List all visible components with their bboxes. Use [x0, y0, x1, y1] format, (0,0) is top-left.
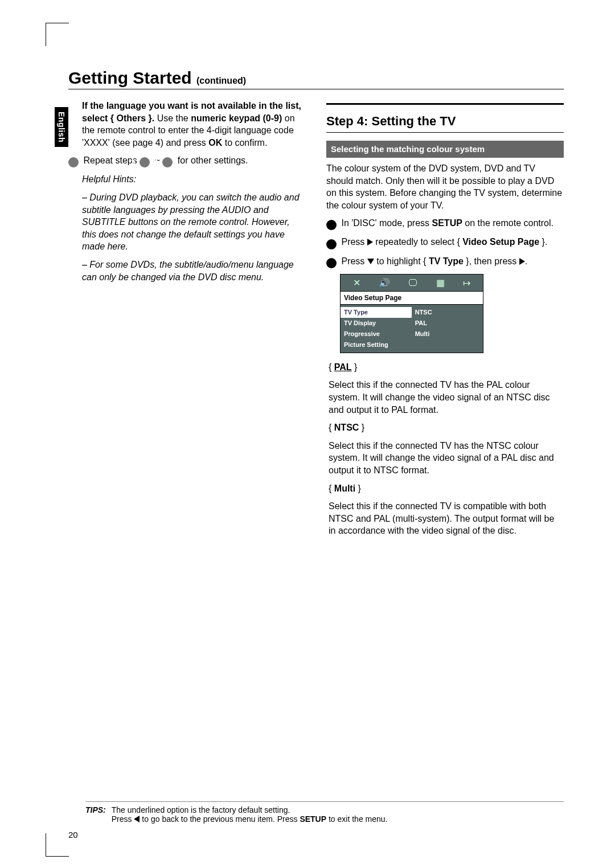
arrow-left-icon: [134, 816, 140, 822]
s2-b: repeatedly to select {: [373, 237, 462, 247]
left-column: If the language you want is not availabl…: [68, 100, 306, 543]
osd-screenshot: ✕ 🔊 🖵 ▦ ↦ Video Setup Page TV Type TV Di…: [340, 274, 483, 353]
step4-title: Step 4: Setting the TV: [326, 113, 564, 130]
osd-opt-multi: Multi: [415, 329, 479, 339]
s1-b: SETUP: [432, 218, 462, 228]
osd-page-title: Video Setup Page: [341, 291, 483, 305]
left-p1-b: numeric keypad (0-9): [191, 113, 282, 123]
title-rule: [68, 89, 564, 89]
section-band: Selecting the matching colour system: [326, 141, 564, 158]
step-badge-2: 2: [326, 239, 337, 249]
s2-d: }.: [539, 237, 547, 247]
hint-1: – During DVD playback, you can switch th…: [68, 191, 306, 253]
hint-2: – For some DVDs, the subtitle/audio/menu…: [68, 259, 306, 283]
osd-tab-audio-icon: 🔊: [379, 277, 390, 289]
step-rule-bot: [326, 132, 564, 133]
opt-ntsc-body: Select this if the connected TV has the …: [326, 440, 564, 477]
hints-title: Helpful Hints:: [68, 173, 306, 186]
title-sub: (continued): [196, 76, 246, 85]
osd-tabbar: ✕ 🔊 🖵 ▦ ↦: [341, 275, 483, 292]
s2-c: Video Setup Page: [462, 237, 539, 247]
s2-a: Press: [341, 237, 367, 247]
title-main: Getting Started: [68, 68, 192, 87]
left-p1-e: to confirm.: [222, 138, 267, 148]
s1-c: on the remote control.: [462, 218, 554, 228]
s1-a: In 'DISC' mode, press: [341, 218, 432, 228]
language-tab: English: [55, 107, 68, 147]
step-rule-top: [326, 103, 564, 105]
osd-item-tvdisplay: TV Display: [341, 318, 412, 329]
s3-c: TV Type: [429, 256, 464, 266]
tips-label: TIPS:: [85, 805, 106, 824]
opt-ntsc-title: NTSC: [334, 423, 359, 432]
arrow-right-icon: [367, 239, 373, 245]
page-number: 20: [68, 830, 78, 840]
osd-item-picture: Picture Setting: [341, 339, 412, 350]
right-column: Step 4: Setting the TV Selecting the mat…: [326, 100, 564, 543]
arrow-down-icon: [367, 259, 374, 264]
left-p1-d: OK: [208, 138, 222, 148]
osd-tab-exit-icon: ↦: [463, 277, 470, 289]
osd-tab-pref-icon: ▦: [436, 277, 445, 289]
left-p1-a: Use the: [157, 113, 191, 123]
osd-menu-right: NTSC PAL Multi: [412, 305, 483, 352]
opt-pal-body: Select this if the connected TV has the …: [326, 379, 564, 416]
arrow-right-icon: [519, 258, 525, 265]
step-badge-1: 1: [326, 220, 337, 230]
osd-item-progressive: Progressive: [341, 329, 412, 339]
tips-line2d: to exit the menu.: [326, 814, 387, 824]
page-title: Getting Started (continued): [68, 68, 564, 88]
s3-b: to highlight {: [374, 256, 429, 266]
ref-badge-4: 4: [162, 157, 173, 167]
opt-pal-title: PAL: [334, 362, 352, 372]
tips-line2b: to go back to the previous menu item. Pr…: [140, 814, 300, 824]
step-badge-3: 3: [326, 258, 337, 268]
osd-menu-left: TV Type TV Display Progressive Picture S…: [341, 305, 412, 352]
tips-line1: The underlined option is the factory def…: [112, 805, 290, 814]
ref-badge-3: 3: [140, 157, 150, 167]
s3-d: }, then press: [464, 256, 519, 266]
osd-opt-ntsc: NTSC: [415, 307, 479, 318]
osd-tab-tools-icon: ✕: [353, 277, 360, 289]
opt-multi-title: Multi: [334, 484, 355, 493]
intro-text: The colour system of the DVD system, DVD…: [326, 162, 564, 211]
tips-line2c: SETUP: [300, 814, 326, 824]
step5-c: for other settings.: [175, 155, 248, 165]
osd-opt-pal: PAL: [415, 318, 479, 329]
osd-tab-video-icon: 🖵: [408, 277, 417, 289]
opt-multi-body: Select this if the connected TV is compa…: [326, 500, 564, 537]
osd-item-tvtype: TV Type: [341, 307, 412, 318]
s3-a: Press: [341, 256, 367, 266]
tips-footer: TIPS: The underlined option is the facto…: [85, 801, 564, 824]
step-badge-5: 5: [68, 157, 79, 167]
s3-e: .: [525, 256, 527, 266]
tips-line2a: Press: [112, 814, 134, 824]
